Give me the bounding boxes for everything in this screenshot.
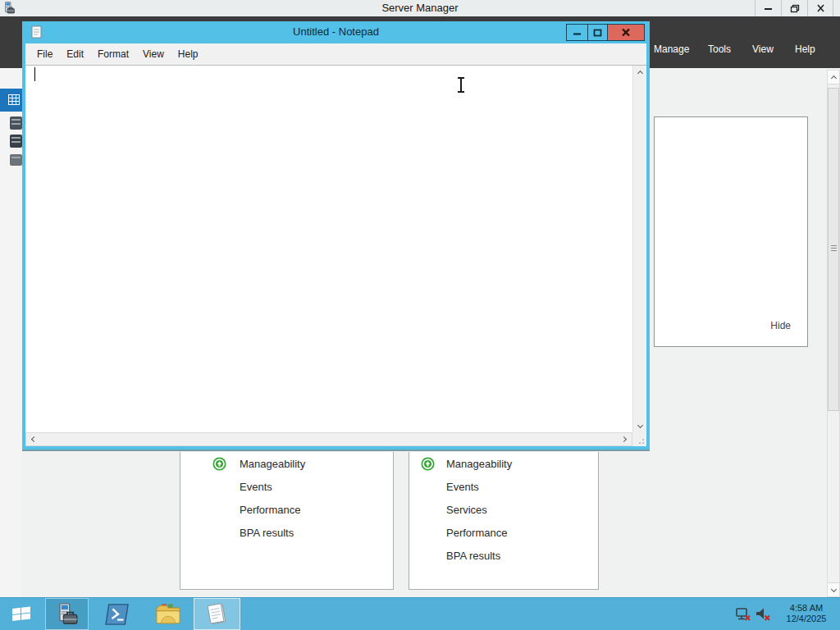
scroll-down-button[interactable] [828,582,839,596]
tile-row-label: BPA results [446,550,500,562]
windows-logo-icon [11,606,31,622]
ibeam-cursor [456,77,465,93]
status-up-icon [212,457,240,471]
close-button[interactable] [607,24,645,41]
scroll-up-button[interactable] [828,71,839,84]
server-manager-titlebar[interactable]: Server Manager [0,0,840,16]
tile-row-label: BPA results [240,527,294,539]
notepad-window: Untitled - Notepad File Edit Format View… [22,21,650,450]
volume-muted-icon[interactable] [755,607,771,625]
maximize-icon [593,29,602,37]
server-manager-icon [55,602,80,626]
menu-help[interactable]: Help [175,47,202,62]
chevron-left-icon [31,436,37,441]
tile-row-manageability[interactable]: Manageability [180,452,393,475]
tile-row-manageability[interactable]: Manageability [409,452,598,475]
scrollbar-thumb[interactable] [828,88,839,411]
maximize-button[interactable] [587,24,608,41]
scrollbar-grip-icon [831,245,837,252]
desktop: Server Manager Manage Tools View [0,0,840,630]
chevron-right-icon [621,436,627,441]
minimize-icon [764,4,773,12]
tile-row-bpa-results[interactable]: BPA results [409,544,598,567]
notepad-body [25,65,646,446]
tile-row-events[interactable]: Events [409,475,598,498]
server-manager-sidebar [0,68,22,597]
tile-row-label: Manageability [446,458,512,470]
chevron-up-icon [830,75,836,81]
role-tile-right: Manageability Events Services Performanc… [409,452,599,590]
tile-row-label: Events [240,481,272,493]
chevron-down-icon [637,422,642,427]
tile-row-label: Services [446,504,487,516]
close-button[interactable] [807,0,833,16]
window-controls [755,0,833,16]
text-caret [34,67,35,81]
resize-grip[interactable] [632,432,646,446]
menu-view[interactable]: View [139,47,167,62]
folder-icon [155,603,181,625]
minimize-icon [573,29,582,37]
taskbar-clock[interactable]: 4:58 AM 12/4/2025 [776,603,837,624]
tile-row-bpa-results[interactable]: BPA results [180,521,393,544]
sidebar-item-file-storage[interactable] [10,154,22,166]
menu-manage[interactable]: Manage [654,43,689,58]
minimize-button[interactable] [566,24,588,41]
sidebar-item-dashboard[interactable] [0,89,22,112]
restore-icon [790,4,800,13]
tile-row-services[interactable]: Services [409,498,598,521]
scroll-down-button[interactable] [633,419,646,432]
tile-row-label: Performance [240,504,300,516]
tile-row-label: Performance [446,527,507,539]
window-title: Untitled - Notepad [22,25,650,38]
tile-row-performance[interactable]: Performance [409,521,598,544]
hide-link[interactable]: Hide [770,320,791,331]
menu-help[interactable]: Help [795,43,815,58]
tile-row-performance[interactable]: Performance [180,498,393,521]
network-disconnected-icon[interactable] [735,607,751,625]
notepad-icon [205,602,230,626]
taskbar-file-explorer-button[interactable] [146,598,189,630]
menu-view[interactable]: View [752,43,774,58]
start-button[interactable] [0,598,43,630]
scrollbar-vertical[interactable] [827,70,840,597]
scroll-right-button[interactable] [619,432,632,445]
status-up-icon [421,457,446,471]
powershell-icon [105,603,130,626]
taskbar-notepad-button[interactable] [194,598,240,630]
notepad-text-area[interactable] [25,66,632,432]
notepad-menubar: File Edit Format View Help [25,43,646,65]
close-icon [621,28,631,37]
taskbar-powershell-button[interactable] [96,598,139,630]
taskbar: 4:58 AM 12/4/2025 [0,597,840,630]
scroll-up-button[interactable] [633,66,646,79]
chevron-up-icon [637,71,642,76]
clock-date: 12/4/2025 [776,614,837,624]
menu-format[interactable]: Format [94,47,132,62]
window-controls [567,24,645,41]
restore-button[interactable] [781,0,807,16]
dashboard-icon [8,94,20,106]
role-tile-left: Manageability Events Performance BPA res… [180,452,394,590]
tile-row-label: Manageability [240,458,305,470]
notepad-vertical-scrollbar[interactable] [632,66,646,432]
menu-edit[interactable]: Edit [63,47,87,62]
menu-tools[interactable]: Tools [708,43,731,58]
minimize-button[interactable] [755,0,781,16]
menu-file[interactable]: File [34,47,56,62]
taskbar-server-manager-button[interactable] [45,598,89,630]
notification-flyout-panel: Hide [654,116,808,347]
chevron-down-icon [830,586,836,591]
clock-time: 4:58 AM [776,603,837,614]
window-title: Server Manager [0,2,840,14]
tile-row-label: Events [446,481,479,493]
tile-row-events[interactable]: Events [180,475,393,498]
notepad-titlebar[interactable]: Untitled - Notepad [22,21,650,43]
notepad-horizontal-scrollbar[interactable] [25,432,632,446]
sidebar-item-local-server[interactable] [10,116,22,130]
close-icon [816,4,825,12]
scroll-left-button[interactable] [26,432,39,445]
sidebar-item-all-servers[interactable] [10,135,22,148]
